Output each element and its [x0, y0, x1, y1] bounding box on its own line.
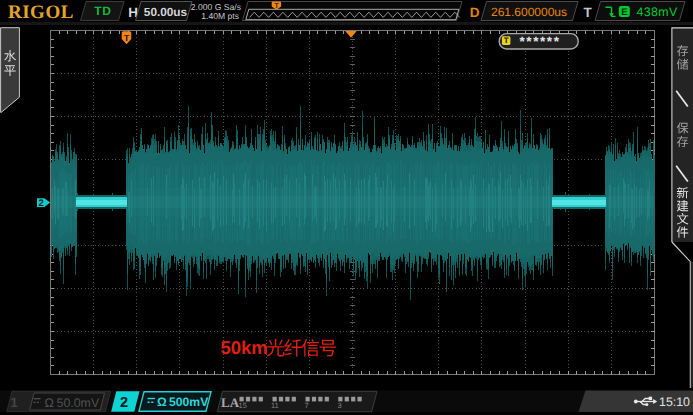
- svg-text:LA: LA: [221, 395, 240, 410]
- svg-text:11: 11: [271, 401, 279, 410]
- svg-text:2: 2: [39, 198, 44, 209]
- svg-text:1.40M pts: 1.40M pts: [201, 11, 239, 21]
- svg-text:50km: 50km: [221, 337, 268, 358]
- svg-text:TD: TD: [94, 4, 112, 18]
- svg-text:15:10: 15:10: [659, 395, 690, 409]
- svg-text:T: T: [504, 36, 509, 45]
- svg-text:50.0mV: 50.0mV: [57, 396, 100, 410]
- svg-text:Ω: Ω: [45, 396, 54, 410]
- svg-text:500mV: 500mV: [169, 395, 209, 409]
- svg-text:50.00us: 50.00us: [144, 5, 188, 19]
- svg-text:******: ******: [519, 34, 560, 49]
- svg-text:1: 1: [10, 395, 18, 410]
- svg-text:Ω: Ω: [157, 395, 167, 409]
- svg-text:T: T: [583, 5, 592, 20]
- svg-text:7: 7: [305, 401, 309, 410]
- svg-text:RIGOL: RIGOL: [8, 2, 74, 23]
- svg-text:3: 3: [338, 401, 342, 410]
- svg-text:438mV: 438mV: [637, 5, 679, 19]
- svg-text:E: E: [621, 7, 627, 18]
- svg-text:261.600000us: 261.600000us: [491, 5, 567, 19]
- svg-text:T: T: [124, 33, 130, 43]
- svg-text:15: 15: [239, 401, 247, 410]
- svg-text:2: 2: [120, 395, 128, 411]
- svg-text:D: D: [470, 5, 480, 20]
